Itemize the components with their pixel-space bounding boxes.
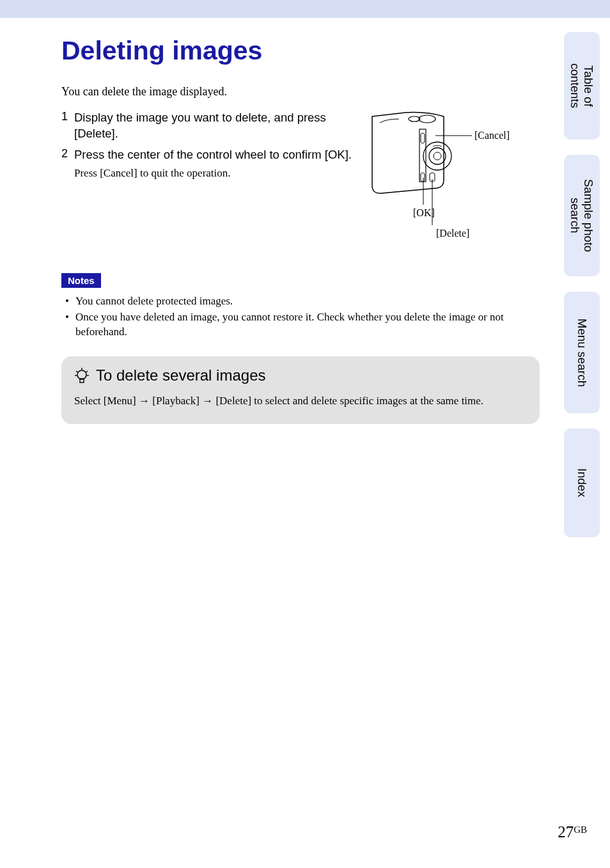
steps-and-diagram: 1 Display the image you want to delete, …: [61, 110, 540, 248]
svg-line-11: [76, 371, 78, 372]
svg-point-3: [423, 142, 451, 170]
side-navigation: Table of contents Sample photo search Me…: [564, 32, 600, 537]
note-item: You cannot delete protected images.: [65, 294, 540, 309]
page-number: 27GB: [558, 823, 587, 841]
tab-sample-photo-search[interactable]: Sample photo search: [564, 155, 600, 276]
diagram-label-ok: [OK]: [413, 207, 435, 218]
steps-column: 1 Display the image you want to delete, …: [61, 110, 352, 248]
tip-box: To delete several images Select [Menu] →…: [61, 356, 540, 424]
svg-point-9: [77, 370, 86, 379]
camera-diagram: [Cancel] [OK] [Delete]: [367, 110, 540, 248]
step-number: 2: [61, 147, 74, 180]
step-2: 2 Press the center of the control wheel …: [61, 147, 352, 180]
arrow-icon: →: [202, 395, 213, 407]
tip-title: To delete several images: [96, 367, 265, 384]
notes-badge: Notes: [61, 273, 101, 288]
tip-body: Select [Menu] → [Playback] → [Delete] to…: [74, 393, 527, 409]
diagram-label-delete: [Delete]: [436, 228, 469, 239]
notes-list: You cannot delete protected images. Once…: [61, 294, 540, 340]
tip-icon: [74, 367, 90, 384]
step-title: Display the image you want to delete, an…: [74, 110, 352, 142]
step-1: 1 Display the image you want to delete, …: [61, 110, 352, 142]
svg-line-12: [86, 371, 88, 372]
tab-index[interactable]: Index: [564, 429, 600, 537]
svg-point-5: [434, 152, 441, 160]
step-title: Press the center of the control wheel to…: [74, 147, 352, 163]
tab-table-of-contents[interactable]: Table of contents: [564, 32, 600, 139]
svg-point-1: [409, 116, 420, 122]
page-title: Deleting images: [61, 36, 540, 66]
arrow-icon: →: [139, 395, 150, 407]
page-content: Deleting images You can delete the image…: [0, 18, 610, 424]
step-number: 1: [61, 110, 74, 142]
tip-heading: To delete several images: [74, 367, 527, 384]
step-subtext: Press [Cancel] to quit the operation.: [74, 167, 352, 180]
camera-illustration: [Cancel] [OK] [Delete]: [367, 110, 540, 248]
diagram-label-cancel: [Cancel]: [474, 130, 510, 141]
svg-point-4: [429, 148, 446, 164]
intro-text: You can delete the image displayed.: [61, 85, 540, 99]
header-band: [0, 0, 610, 18]
note-item: Once you have deleted an image, you cann…: [65, 310, 540, 340]
svg-point-0: [419, 115, 435, 123]
tab-menu-search[interactable]: Menu search: [564, 292, 600, 413]
